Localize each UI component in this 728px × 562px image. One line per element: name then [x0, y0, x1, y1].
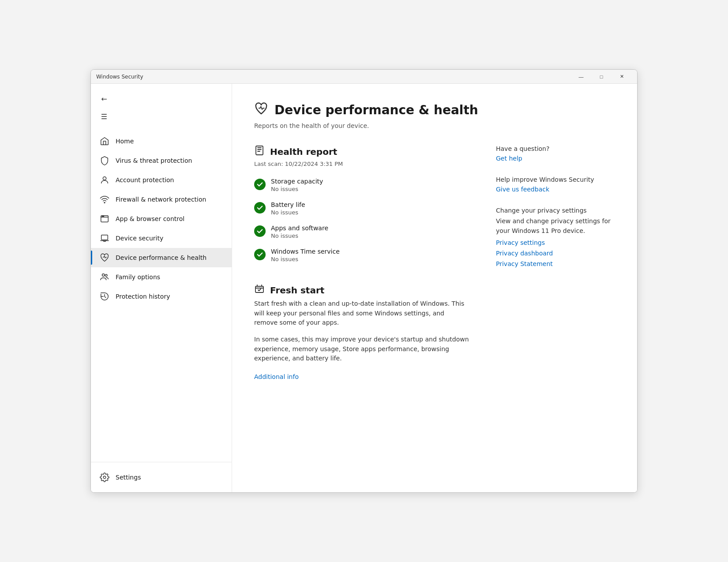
storage-name: Storage capacity: [271, 178, 323, 185]
content-main-area: Health report Last scan: 10/22/2024 3:31…: [254, 145, 469, 381]
time-status: No issues: [271, 256, 340, 262]
browser-icon: [100, 214, 109, 224]
svg-point-8: [103, 476, 106, 479]
sidebar-nav: Home Virus & threat protection: [91, 128, 232, 462]
fresh-start-desc1: Start fresh with a clean and up-to-date …: [254, 299, 469, 328]
titlebar-title: Windows Security: [96, 74, 571, 80]
time-text: Windows Time service No issues: [271, 248, 340, 262]
sidebar-item-family[interactable]: Family options: [91, 267, 232, 287]
wifi-icon: [100, 195, 109, 204]
health-item-apps: Apps and software No issues: [254, 225, 469, 239]
heart-icon: [100, 253, 109, 262]
additional-info-link[interactable]: Additional info: [254, 373, 299, 380]
apps-name: Apps and software: [271, 225, 328, 232]
get-help-link[interactable]: Get help: [496, 155, 611, 162]
back-icon: ←: [101, 95, 107, 103]
apps-check-icon: [254, 225, 266, 237]
family-icon: [100, 272, 109, 282]
sidebar-item-firewall[interactable]: Firewall & network protection: [91, 190, 232, 209]
app-window: Windows Security — □ ✕ ← ☰: [90, 69, 638, 493]
sidebar-item-app-browser[interactable]: App & browser control: [91, 209, 232, 229]
titlebar-controls: — □ ✕: [571, 70, 632, 84]
shield-icon: [100, 156, 109, 165]
page-title: Device performance & health: [274, 103, 478, 117]
sidebar: ← ☰ Home: [91, 84, 232, 492]
improve-section: Help improve Windows Security Give us fe…: [496, 176, 611, 193]
health-report-header: Health report: [254, 145, 469, 158]
settings-label: Settings: [116, 474, 141, 481]
storage-text: Storage capacity No issues: [271, 178, 323, 192]
privacy-title: Change your privacy settings: [496, 207, 611, 214]
health-report-icon: [254, 145, 265, 158]
svg-point-4: [103, 216, 104, 217]
privacy-settings-link[interactable]: Privacy settings: [496, 239, 611, 246]
sidebar-item-label-device-security: Device security: [116, 235, 163, 242]
fresh-start-icon: [254, 284, 265, 296]
sidebar-item-history[interactable]: Protection history: [91, 287, 232, 306]
time-check-icon: [254, 249, 266, 260]
page-subtitle: Reports on the health of your device.: [254, 122, 611, 129]
titlebar: Windows Security — □ ✕: [91, 70, 637, 84]
battery-status: No issues: [271, 209, 305, 216]
fresh-start-header: Fresh start: [254, 284, 469, 296]
right-sidebar: Have a question? Get help Help improve W…: [496, 145, 611, 381]
svg-point-3: [102, 216, 102, 217]
privacy-statement-link[interactable]: Privacy Statement: [496, 260, 611, 267]
sidebar-item-home[interactable]: Home: [91, 131, 232, 151]
feedback-link[interactable]: Give us feedback: [496, 186, 611, 193]
svg-point-7: [105, 274, 107, 277]
back-button[interactable]: ←: [96, 91, 112, 107]
sidebar-item-label-family: Family options: [116, 274, 160, 281]
sidebar-top: ← ☰: [91, 87, 232, 128]
time-name: Windows Time service: [271, 248, 340, 255]
svg-point-1: [104, 202, 105, 203]
svg-point-0: [103, 177, 106, 180]
app-body: ← ☰ Home: [91, 84, 637, 492]
sidebar-item-label-account: Account protection: [116, 176, 174, 184]
page-header: Device performance & health: [254, 101, 611, 119]
battery-name: Battery life: [271, 201, 305, 208]
health-item-time: Windows Time service No issues: [254, 248, 469, 262]
sidebar-item-label-virus: Virus & threat protection: [116, 157, 192, 164]
health-item-storage: Storage capacity No issues: [254, 178, 469, 192]
minimize-button[interactable]: —: [571, 70, 591, 84]
sidebar-item-device-security[interactable]: Device security: [91, 229, 232, 248]
svg-point-6: [102, 274, 105, 277]
apps-text: Apps and software No issues: [271, 225, 328, 239]
improve-title: Help improve Windows Security: [496, 176, 611, 183]
content-layout: Health report Last scan: 10/22/2024 3:31…: [254, 145, 611, 381]
question-title: Have a question?: [496, 145, 611, 152]
home-icon: [100, 136, 109, 146]
privacy-dashboard-link[interactable]: Privacy dashboard: [496, 250, 611, 257]
sidebar-item-settings[interactable]: Settings: [91, 468, 232, 487]
battery-check-icon: [254, 202, 266, 214]
health-report-title: Health report: [270, 146, 337, 157]
svg-rect-9: [256, 146, 263, 155]
sidebar-item-device-health[interactable]: Device performance & health: [91, 248, 232, 267]
sidebar-item-label-home: Home: [116, 138, 134, 145]
menu-button[interactable]: ☰: [96, 109, 112, 124]
storage-status: No issues: [271, 186, 323, 192]
privacy-section: Change your privacy settings View and ch…: [496, 207, 611, 267]
sidebar-bottom: Settings: [91, 462, 232, 492]
sidebar-item-label-device-health: Device performance & health: [116, 254, 206, 261]
sidebar-item-virus[interactable]: Virus & threat protection: [91, 151, 232, 170]
battery-text: Battery life No issues: [271, 201, 305, 216]
apps-status: No issues: [271, 232, 328, 239]
fresh-start-title: Fresh start: [270, 285, 324, 296]
storage-check-icon: [254, 179, 266, 190]
privacy-description: View and change privacy settings for you…: [496, 217, 611, 236]
health-item-battery: Battery life No issues: [254, 201, 469, 216]
fresh-start-desc2: In some cases, this may improve your dev…: [254, 335, 469, 363]
svg-rect-10: [255, 286, 263, 292]
menu-icon: ☰: [101, 112, 107, 121]
sidebar-item-label-app-browser: App & browser control: [116, 215, 184, 222]
person-icon: [100, 175, 109, 185]
close-button[interactable]: ✕: [612, 70, 632, 84]
svg-rect-5: [101, 235, 108, 240]
question-section: Have a question? Get help: [496, 145, 611, 162]
sidebar-item-account[interactable]: Account protection: [91, 170, 232, 190]
gear-icon: [100, 472, 109, 482]
history-icon: [100, 292, 109, 301]
maximize-button[interactable]: □: [591, 70, 612, 84]
